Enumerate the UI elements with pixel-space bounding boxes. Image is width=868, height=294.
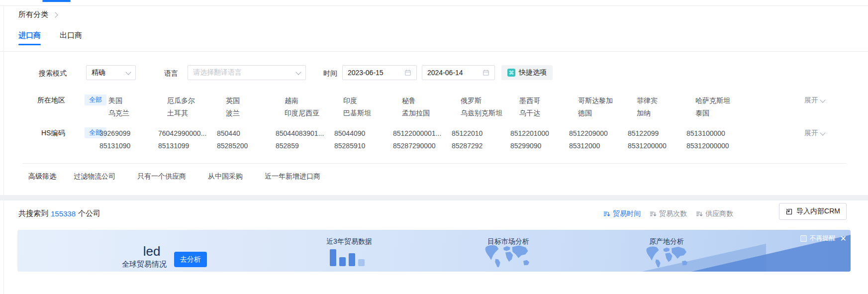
region-item[interactable]: 菲律宾 — [637, 97, 695, 105]
bar — [349, 253, 355, 266]
close-icon[interactable]: ✕ — [840, 235, 847, 242]
top-tab-indicator — [42, 0, 71, 2]
region-item[interactable]: 英国 — [226, 97, 285, 105]
sort-icon — [603, 210, 610, 217]
region-item[interactable]: 孟加拉国 — [402, 109, 461, 118]
region-item[interactable]: 厄瓜多尔 — [167, 97, 226, 105]
quick-options-label: 快捷选项 — [519, 68, 547, 77]
tab[interactable]: 进口商 — [18, 31, 41, 48]
region-item[interactable]: 印度 — [343, 97, 402, 105]
region-item[interactable]: 哥斯达黎加 — [578, 97, 637, 105]
hs-code-item[interactable]: 85122000001... — [393, 129, 452, 137]
hs-code-item[interactable]: 8513100000 — [686, 129, 745, 137]
sort-option[interactable]: 贸易次数 — [650, 209, 687, 218]
region-item[interactable]: 越南 — [285, 97, 343, 105]
advanced-filter-option[interactable]: 过滤物流公司 — [74, 172, 115, 181]
search-mode-value: 精确 — [92, 68, 105, 77]
hs-code-row-1: 3926909976042990000...85044085044083901.… — [99, 129, 745, 137]
tab-label: 出口商 — [60, 31, 82, 39]
region-item[interactable]: 乌干达 — [519, 109, 578, 118]
bar-chart-icon — [330, 249, 365, 266]
sort-bar: 贸易时间 贸易次数 供应商数 — [603, 209, 733, 218]
dismiss-checkbox[interactable] — [800, 235, 807, 242]
region-item[interactable]: 美国 — [108, 97, 167, 105]
advanced-filter-label: 高级筛选 — [28, 172, 56, 181]
hs-code-item[interactable]: 76042990000... — [158, 129, 217, 137]
banner-subtitle: 全球贸易情况 — [109, 260, 179, 269]
breadcrumb[interactable]: 所有分类 — [18, 10, 57, 19]
dismiss-label: 不再提醒 — [810, 234, 836, 243]
hs-code-item[interactable]: 85044083901... — [276, 129, 334, 137]
bar — [330, 249, 336, 266]
chevron-right-icon — [52, 12, 58, 17]
chevron-down-icon — [820, 130, 825, 135]
tab[interactable]: 出口商 — [60, 31, 82, 48]
hs-code-item[interactable]: 85131090 — [99, 142, 158, 150]
sort-icon — [650, 210, 657, 217]
hs-code-item[interactable]: 85299090 — [510, 142, 569, 150]
result-count[interactable]: 155338 — [51, 209, 76, 218]
chevron-down-icon — [125, 69, 131, 75]
advanced-filter-options: 过滤物流公司只有一个供应商从中国采购近一年新增进口商 — [74, 172, 320, 181]
region-item[interactable]: 德国 — [578, 109, 637, 118]
region-item[interactable]: 泰国 — [695, 109, 754, 118]
hs-code-item[interactable]: 39269099 — [99, 129, 158, 137]
advanced-filter-option[interactable]: 从中国采购 — [208, 172, 243, 181]
sort-option[interactable]: 供应商数 — [696, 209, 733, 218]
hs-code-item[interactable]: 85285200 — [217, 142, 276, 150]
dismiss-group: 不再提醒 ✕ — [800, 234, 847, 243]
region-item[interactable]: 乌兹别克斯坦 — [461, 109, 519, 118]
region-item[interactable]: 俄罗斯 — [461, 97, 519, 105]
search-mode-select[interactable]: 精确 — [86, 65, 136, 80]
hs-code-item[interactable]: 85312000000 — [686, 142, 745, 150]
advanced-filter-option[interactable]: 近一年新增进口商 — [265, 172, 320, 181]
region-row-1: 美国厄瓜多尔英国越南印度秘鲁俄罗斯墨西哥哥斯达黎加菲律宾哈萨克斯坦 — [108, 97, 754, 105]
analyze-button[interactable]: 去分析 — [174, 252, 207, 267]
result-count-line: 共搜索到 155338 个公司 — [18, 209, 100, 218]
hs-code-item[interactable]: 8531200000 — [628, 142, 686, 150]
hs-code-item[interactable]: 8512201000 — [510, 129, 569, 137]
hs-code-expand[interactable]: 展开 — [804, 129, 825, 138]
hs-code-item[interactable]: 852859 — [276, 142, 334, 150]
region-item[interactable]: 乌克兰 — [108, 109, 167, 118]
hs-code-item[interactable]: 85122010 — [452, 129, 510, 137]
sort-option-label: 供应商数 — [705, 209, 733, 218]
region-expand[interactable]: 展开 — [804, 96, 825, 105]
advanced-filter-option[interactable]: 只有一个供应商 — [137, 172, 186, 181]
region-all-tag[interactable]: 全部 — [85, 95, 106, 105]
tab-divider — [0, 51, 868, 52]
import-crm-button[interactable]: 导入内部CRM — [779, 203, 847, 220]
region-item[interactable]: 加纳 — [637, 109, 695, 118]
sort-option[interactable]: 贸易时间 — [603, 209, 641, 218]
result-count-suffix: 个公司 — [78, 209, 100, 218]
end-date-input[interactable]: 2024-06-14 — [422, 65, 495, 80]
region-item[interactable]: 巴基斯坦 — [343, 109, 402, 118]
hs-code-row-2: 8513109085131099852852008528598528591085… — [99, 142, 745, 150]
hs-code-item[interactable]: 85287292 — [452, 142, 510, 150]
sort-icon — [696, 210, 703, 217]
language-select[interactable]: 请选择翻译语言 — [188, 65, 306, 80]
region-item[interactable]: 哈萨克斯坦 — [695, 97, 754, 105]
hs-code-item[interactable]: 85122099 — [628, 129, 686, 137]
top-divider — [0, 5, 868, 6]
result-count-prefix: 共搜索到 — [18, 209, 48, 218]
hs-code-item[interactable]: 850440 — [217, 129, 276, 137]
hs-code-item[interactable]: 85044090 — [334, 129, 393, 137]
region-item[interactable]: 波兰 — [226, 109, 285, 118]
hs-code-item[interactable]: 85131099 — [158, 142, 217, 150]
analysis-banner: led 全球贸易情况 去分析 近3年贸易数据 目标市场分析 原产地分析 — [17, 230, 851, 272]
hs-code-item[interactable]: 85312000 — [569, 142, 628, 150]
region-item[interactable]: 秘鲁 — [402, 97, 461, 105]
region-item[interactable]: 墨西哥 — [519, 97, 578, 105]
region-item[interactable]: 印度尼西亚 — [285, 109, 343, 118]
hs-code-item[interactable]: 85285910 — [334, 142, 393, 150]
breadcrumb-label: 所有分类 — [18, 10, 48, 19]
start-date-input[interactable]: 2023-06-15 — [342, 65, 417, 80]
region-label: 所在地区 — [37, 96, 65, 105]
quick-options-button[interactable]: ⌘ 快捷选项 — [501, 65, 553, 80]
bar — [358, 259, 365, 266]
hs-code-item[interactable]: 8512209000 — [569, 129, 628, 137]
hs-code-item[interactable]: 85287290000 — [393, 142, 452, 150]
command-icon: ⌘ — [507, 69, 515, 77]
region-item[interactable]: 土耳其 — [167, 109, 226, 118]
